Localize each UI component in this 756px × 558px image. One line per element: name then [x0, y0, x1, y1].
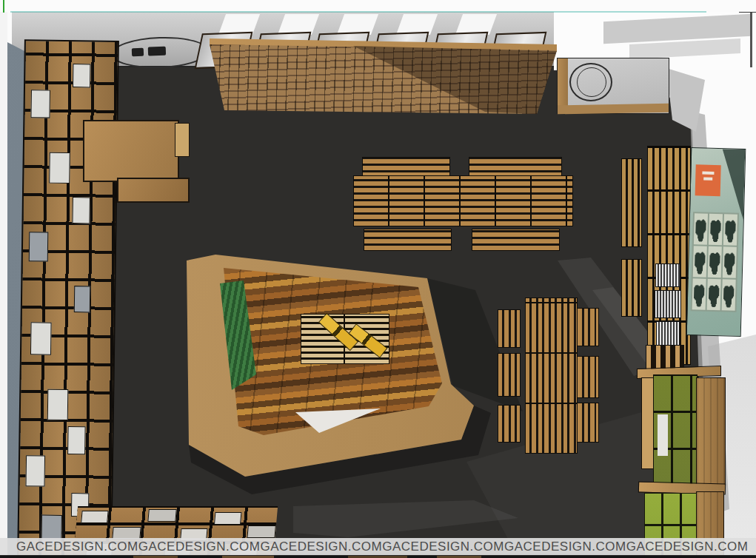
teal-edge-line — [10, 11, 706, 13]
shelf-cell-gray — [74, 286, 91, 312]
shelf-cell-white — [49, 152, 70, 184]
interior-render-top-view: GACEDESIGN.COM GACEDESIGN.COM GACEDESIGN… — [0, 0, 756, 558]
top-page-strip — [0, 0, 756, 12]
wood-desk-return — [117, 178, 190, 203]
rug-object — [132, 48, 144, 57]
slat-bench — [472, 229, 560, 251]
shelf-cell-white — [47, 389, 69, 420]
watermark-text: GACEDESIGN.COM — [504, 539, 626, 554]
poster-glyph — [723, 246, 737, 278]
wire-basket — [656, 321, 680, 348]
shelf-cell-white — [73, 64, 90, 87]
shelf-cell-white — [67, 426, 86, 454]
poster-orange-mark — [702, 171, 714, 174]
poster-orange-square — [695, 164, 721, 196]
slat-bench — [469, 157, 562, 178]
watermark-text: GACEDESIGN.COM — [261, 539, 383, 554]
poster-glyph — [723, 214, 737, 245]
watermark-text: GACEDESIGN.COM — [138, 539, 261, 554]
wire-basket — [655, 263, 680, 287]
wall-poster — [686, 147, 746, 337]
poster-glyph — [707, 279, 721, 310]
long-slat-table — [353, 175, 573, 226]
slat-bench — [498, 405, 521, 443]
slat-bench — [577, 308, 599, 346]
basin-circle-inner — [577, 67, 606, 97]
service-counter — [557, 58, 669, 114]
poster-glyph-grid — [691, 212, 739, 312]
ceiling-edge-line — [750, 13, 752, 67]
narrow-slat-unit — [621, 259, 642, 317]
narrow-slat-unit — [621, 158, 642, 247]
shelf-cell-white — [30, 90, 50, 118]
rug-object — [148, 47, 166, 56]
shelf-cell-white — [658, 414, 668, 456]
poster-glyph — [693, 246, 707, 277]
slat-bench — [364, 229, 452, 251]
wood-desk-step — [175, 123, 190, 157]
shelf-cell-white — [25, 455, 45, 486]
poster-glyph — [708, 246, 722, 278]
wood-desk-top — [83, 120, 179, 182]
shelf-cell-white — [247, 525, 275, 538]
green-cubby-shelf-upper — [640, 372, 724, 485]
watermark-bar: GACEDESIGN.COM GACEDESIGN.COM GACEDESIGN… — [0, 538, 756, 556]
slat-bench — [498, 309, 521, 348]
poster-glyph — [692, 278, 706, 309]
poster-glyph — [722, 279, 736, 310]
watermark-text: GACEDESIGN.COM — [16, 539, 138, 554]
watermark-text: GACEDESIGN.COM — [382, 539, 504, 554]
shelf-cell-gray — [29, 232, 49, 261]
poster-glyph — [694, 213, 708, 244]
green-axis-line — [3, 0, 4, 13]
poster-glyph — [709, 214, 723, 245]
slat-bench — [577, 356, 599, 398]
counter-wood-edge — [558, 104, 669, 115]
slat-bench — [577, 403, 599, 443]
slat-bench — [362, 157, 450, 178]
shelf-cell-white — [81, 511, 108, 523]
shelf-cell-white — [30, 322, 52, 354]
watermark-text: GACEDESIGN.COM — [626, 539, 749, 554]
shelf-cell-white — [72, 197, 90, 223]
shelf-cell-white — [147, 509, 176, 522]
left-page-margin — [0, 12, 7, 558]
shelf-wood-panel — [696, 377, 726, 485]
left-cubby-shelf — [17, 39, 119, 558]
shelf-cell-white — [214, 512, 241, 525]
slat-bench — [498, 353, 521, 397]
poster-orange-mark — [703, 178, 712, 181]
vertical-slat-table — [525, 298, 578, 454]
wire-basket — [655, 290, 681, 318]
